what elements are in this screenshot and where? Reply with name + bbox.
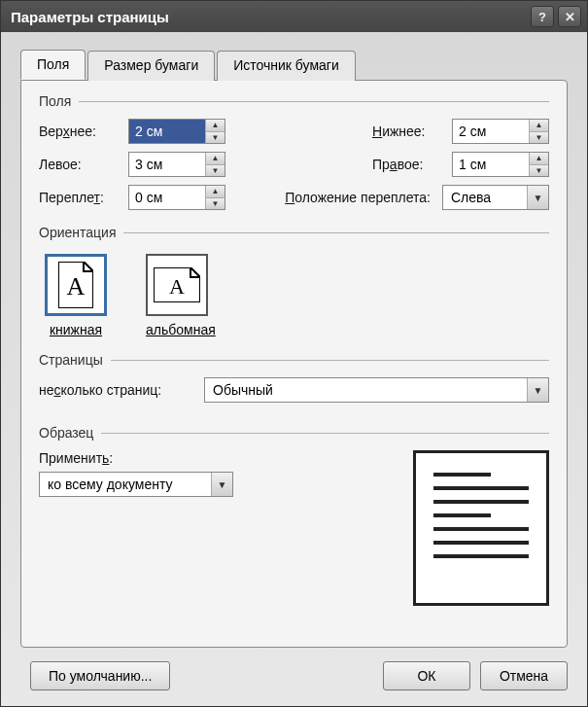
dialog-footer: По умолчанию... ОК Отмена [20, 648, 568, 690]
chevron-down-icon[interactable]: ▼ [211, 473, 232, 496]
tabs: Поля Размер бумаги Источник бумаги [20, 50, 568, 80]
tabpage-fields: Поля Верхнее: ▲▼ Нижнее: [20, 80, 568, 648]
select-multi-pages[interactable]: Обычный ▼ [204, 377, 549, 403]
label-apply-to: Применить: [39, 450, 233, 466]
label-multi-pages: несколько страниц: [39, 382, 204, 398]
select-apply-to[interactable]: ко всему документу ▼ [39, 472, 233, 497]
spin-up-icon[interactable]: ▲ [530, 120, 548, 132]
svg-text:A: A [67, 272, 86, 300]
chevron-down-icon[interactable]: ▼ [527, 186, 548, 209]
input-margin-right[interactable] [453, 153, 529, 176]
spin-down-icon[interactable]: ▼ [206, 198, 225, 210]
spin-down-icon[interactable]: ▼ [530, 132, 548, 144]
label-margin-left: Левое: [39, 157, 128, 172]
label-margin-bottom: Нижнее: [372, 124, 448, 139]
portrait-icon: A [45, 254, 107, 316]
spin-margin-top[interactable]: ▲▼ [128, 119, 225, 144]
orientation-portrait[interactable]: A книжная [45, 254, 107, 337]
ok-button[interactable]: ОК [383, 661, 470, 690]
group-margins-title: Поля [39, 93, 79, 109]
spin-down-icon[interactable]: ▼ [206, 132, 225, 144]
select-multi-pages-value: Обычный [205, 380, 527, 400]
spin-gutter[interactable]: ▲▼ [128, 185, 225, 210]
input-margin-left[interactable] [129, 153, 205, 176]
label-margin-top: Верхнее: [39, 124, 128, 139]
close-button[interactable]: ✕ [558, 6, 581, 27]
tab-paper-source[interactable]: Источник бумаги [217, 51, 356, 81]
help-button[interactable]: ? [531, 6, 554, 27]
orientation-landscape-label: альбомная [146, 322, 216, 337]
dialog-body: Поля Размер бумаги Источник бумаги Поля … [1, 32, 587, 706]
input-margin-bottom[interactable] [453, 120, 529, 143]
group-margins: Поля Верхнее: ▲▼ Нижнее: [39, 93, 549, 210]
svg-text:A: A [169, 274, 185, 299]
spin-down-icon[interactable]: ▼ [530, 165, 548, 177]
default-button[interactable]: По умолчанию... [30, 661, 170, 690]
spin-margin-left[interactable]: ▲▼ [128, 152, 225, 177]
input-margin-top[interactable] [129, 120, 205, 143]
tab-fields[interactable]: Поля [20, 50, 86, 80]
titlebar: Параметры страницы ? ✕ [1, 1, 587, 32]
spin-up-icon[interactable]: ▲ [206, 120, 225, 132]
page-preview [413, 450, 549, 606]
spin-down-icon[interactable]: ▼ [206, 165, 225, 177]
orientation-landscape[interactable]: A альбомная [146, 254, 216, 337]
tab-fields-label: Поля [37, 56, 69, 72]
page-setup-dialog: Параметры страницы ? ✕ Поля Размер бумаг… [0, 0, 588, 707]
tab-paper-size-label: Размер бумаги [104, 57, 198, 73]
tab-paper-source-label: Источник бумаги [233, 57, 339, 73]
group-pages-title: Страницы [39, 352, 111, 368]
label-margin-right: Правое: [372, 157, 448, 172]
select-gutter-pos[interactable]: Слева ▼ [442, 185, 549, 210]
select-apply-to-value: ко всему документу [40, 475, 211, 494]
group-pages: Страницы несколько страниц: Обычный ▼ [39, 352, 549, 403]
landscape-icon: A [146, 254, 208, 316]
spin-up-icon[interactable]: ▲ [530, 153, 548, 165]
label-gutter: Переплет: [39, 190, 128, 205]
group-orientation-title: Ориентация [39, 225, 123, 240]
tab-paper-size[interactable]: Размер бумаги [87, 51, 215, 81]
spin-up-icon[interactable]: ▲ [206, 153, 225, 165]
window-title: Параметры страницы [11, 9, 527, 25]
group-sample: Образец Применить: ко всему документу ▼ [39, 425, 549, 606]
spin-margin-bottom[interactable]: ▲▼ [452, 119, 549, 144]
input-gutter[interactable] [129, 186, 205, 209]
group-sample-title: Образец [39, 425, 101, 441]
group-orientation: Ориентация A книжная [39, 225, 549, 337]
spin-margin-right[interactable]: ▲▼ [452, 152, 549, 177]
orientation-portrait-label: книжная [45, 322, 107, 337]
select-gutter-pos-value: Слева [443, 188, 527, 207]
cancel-button[interactable]: Отмена [480, 661, 568, 690]
spin-up-icon[interactable]: ▲ [206, 186, 225, 198]
label-gutter-pos: Положение переплета: [285, 190, 431, 205]
chevron-down-icon[interactable]: ▼ [527, 378, 548, 402]
